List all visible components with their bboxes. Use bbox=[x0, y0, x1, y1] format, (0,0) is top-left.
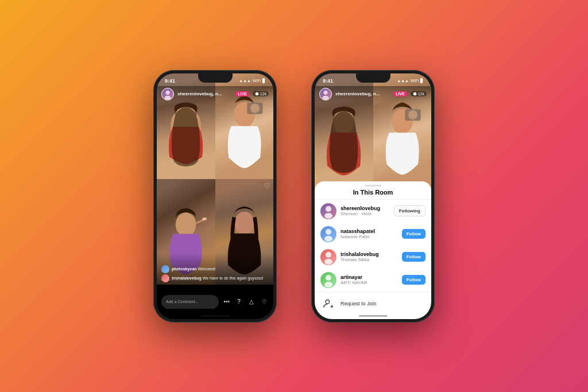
live-header-2: sheerenlovebug, n... LIVE 12k bbox=[315, 86, 431, 102]
bottom-bar-1[interactable]: Add a Comment... ••• ? △ ♡ bbox=[157, 285, 273, 319]
svg-point-25 bbox=[324, 282, 332, 288]
svg-point-13 bbox=[413, 92, 416, 96]
svg-point-1 bbox=[165, 95, 171, 99]
follow-button-2[interactable]: Follow bbox=[402, 229, 425, 239]
room-subname-1: Shereen · Host bbox=[341, 211, 390, 216]
room-user-list: shereenlovebug Shereen · Host Following … bbox=[315, 200, 431, 319]
battery-icon: ▊ bbox=[262, 79, 265, 83]
room-username-3: trishalalovebug bbox=[341, 251, 398, 257]
home-indicator-2 bbox=[359, 315, 388, 317]
svg-point-19 bbox=[324, 213, 332, 219]
comment-text-2: trishalalovebug We have to do this again… bbox=[172, 276, 264, 280]
room-item-3: trishalalovebug Trishala Sikka Follow bbox=[315, 246, 431, 269]
comment-1: photosbyean Welcome! bbox=[161, 265, 269, 273]
svg-point-23 bbox=[324, 259, 332, 265]
svg-point-26 bbox=[326, 300, 330, 304]
room-avatar-2 bbox=[320, 226, 336, 242]
svg-point-18 bbox=[326, 206, 331, 212]
sheet-handle bbox=[365, 185, 381, 187]
room-avatar-3 bbox=[320, 249, 336, 265]
room-username-1: shereenlovebug bbox=[341, 205, 390, 211]
status-time-2: 9:41 bbox=[323, 78, 333, 84]
svg-point-9 bbox=[202, 218, 207, 220]
svg-point-21 bbox=[324, 236, 332, 242]
host-avatar-1 bbox=[161, 88, 174, 100]
host-avatar-2 bbox=[319, 88, 332, 100]
status-icons-2: ▲▲▲ WiFi ▊ bbox=[397, 79, 423, 83]
in-this-room-sheet: In This Room shereenlovebug Shereen · Ho… bbox=[315, 181, 431, 319]
room-item-4: artinayar ARTI NAYAR Follow bbox=[315, 269, 431, 292]
more-options-button[interactable]: ••• bbox=[222, 297, 231, 306]
phone-2-screen: 9:41 ▲▲▲ WiFi ▊ sheerenlovebug, n... LIV… bbox=[315, 73, 431, 319]
viewers-count-1: 12k bbox=[260, 92, 266, 96]
comment-2: trishalalovebug We have to do this again… bbox=[161, 274, 269, 282]
send-icon[interactable]: △ bbox=[247, 297, 256, 306]
room-info-2: natasshapatel Natasha Patel bbox=[341, 228, 398, 239]
room-avatar-4 bbox=[320, 272, 336, 288]
room-info-3: trishalalovebug Trishala Sikka bbox=[341, 251, 398, 262]
room-item-2: natasshapatel Natasha Patel Follow bbox=[315, 223, 431, 246]
phone2-content: 9:41 ▲▲▲ WiFi ▊ sheerenlovebug, n... LIV… bbox=[315, 73, 431, 319]
status-time-1: 9:41 bbox=[165, 78, 175, 84]
notch bbox=[198, 73, 233, 83]
question-icon[interactable]: ? bbox=[234, 297, 243, 306]
viewers-badge-1: 12k bbox=[253, 91, 269, 96]
wifi-icon: WiFi bbox=[253, 79, 261, 83]
svg-point-22 bbox=[326, 252, 331, 258]
follow-button-3[interactable]: Follow bbox=[402, 252, 425, 262]
viewers-badge-2: 12k bbox=[411, 91, 427, 96]
phone-1: 9:41 ▲▲▲ WiFi ▊ sheerenlovebug, n... LIV… bbox=[153, 70, 277, 323]
live-badge-1: LIVE bbox=[235, 91, 249, 96]
username-1: sheerenlovebug, n... bbox=[177, 91, 232, 96]
comment-placeholder: Add a Comment... bbox=[166, 300, 198, 304]
signal-icon: ▲▲▲ bbox=[239, 79, 251, 83]
status-icons-1: ▲▲▲ WiFi ▊ bbox=[239, 79, 265, 83]
room-info-4: artinayar ARTI NAYAR bbox=[341, 274, 398, 285]
request-join-row[interactable]: Request to Join bbox=[315, 292, 431, 315]
following-button-1[interactable]: Following bbox=[394, 205, 425, 216]
room-avatar-1 bbox=[320, 203, 336, 219]
request-join-text: Request to Join bbox=[341, 301, 377, 306]
comment-text-1: photosbyean Welcome! bbox=[172, 267, 216, 271]
phone-2: 9:41 ▲▲▲ WiFi ▊ sheerenlovebug, n... LIV… bbox=[311, 70, 435, 323]
phone-1-screen: 9:41 ▲▲▲ WiFi ▊ sheerenlovebug, n... LIV… bbox=[157, 73, 273, 319]
room-info-1: shereenlovebug Shereen · Host bbox=[341, 205, 390, 216]
heart-icon-cell: ♡ bbox=[264, 182, 270, 190]
commenter-avatar-2 bbox=[161, 274, 169, 282]
svg-point-17 bbox=[408, 110, 417, 119]
battery-icon-2: ▊ bbox=[420, 79, 423, 83]
svg-point-6 bbox=[250, 103, 259, 112]
svg-point-2 bbox=[255, 92, 258, 96]
svg-point-12 bbox=[323, 95, 329, 99]
svg-point-24 bbox=[326, 275, 331, 281]
commenter-avatar-1 bbox=[161, 265, 169, 273]
comment-input-field[interactable]: Add a Comment... bbox=[161, 295, 219, 309]
live-header-1: sheerenlovebug, n... LIVE 12k bbox=[157, 86, 273, 102]
room-subname-2: Natasha Patel bbox=[341, 234, 398, 239]
svg-point-20 bbox=[326, 229, 331, 235]
heart-icon[interactable]: ♡ bbox=[260, 297, 269, 306]
svg-point-0 bbox=[165, 90, 169, 94]
status-bar-2: 9:41 ▲▲▲ WiFi ▊ bbox=[315, 73, 431, 86]
person-silhouette-1 bbox=[163, 89, 209, 178]
comments-area-1: photosbyean Welcome! trishalalovebug We … bbox=[157, 253, 273, 285]
viewers-count-2: 12k bbox=[418, 92, 424, 96]
live-badge-2: LIVE bbox=[393, 91, 407, 96]
svg-line-8 bbox=[196, 220, 204, 223]
room-item-1: shereenlovebug Shereen · Host Following bbox=[315, 200, 431, 223]
signal-icon-2: ▲▲▲ bbox=[397, 79, 409, 83]
svg-point-10 bbox=[234, 211, 254, 235]
wifi-icon-2: WiFi bbox=[411, 79, 419, 83]
sheet-title: In This Room bbox=[315, 189, 431, 199]
svg-point-11 bbox=[323, 90, 327, 94]
request-join-icon bbox=[320, 296, 336, 312]
room-username-4: artinayar bbox=[341, 274, 398, 280]
follow-button-4[interactable]: Follow bbox=[402, 275, 425, 285]
room-subname-4: ARTI NAYAR bbox=[341, 280, 398, 285]
username-2: sheerenlovebug, n... bbox=[335, 91, 390, 96]
room-username-2: natasshapatel bbox=[341, 228, 398, 234]
room-subname-3: Trishala Sikka bbox=[341, 257, 398, 262]
svg-point-7 bbox=[176, 212, 196, 236]
